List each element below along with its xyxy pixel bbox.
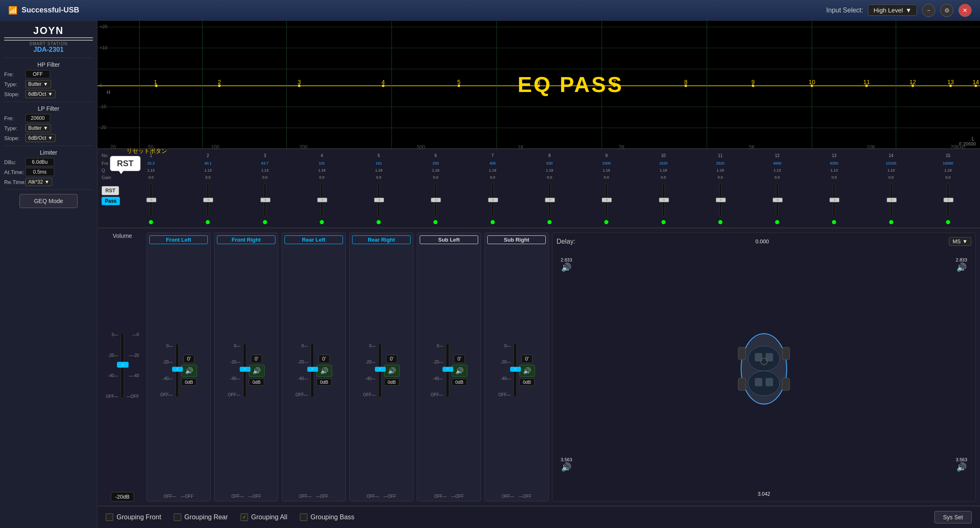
ch-speaker-btn-1[interactable]: 🔊	[249, 365, 265, 377]
band-thumb-8[interactable]: ≡	[545, 198, 555, 202]
ch-db-5[interactable]: 0dB	[519, 378, 535, 386]
dbu-value[interactable]: 6.0dBu	[25, 158, 54, 166]
rst-tooltip: RST	[110, 156, 141, 171]
ch-db-0[interactable]: 0dB	[181, 378, 197, 386]
hp-type-select[interactable]: Butter ▼	[25, 80, 51, 88]
sys-set-button[interactable]: Sys Set	[934, 511, 972, 523]
grouping-front-checkbox[interactable]	[106, 513, 113, 521]
band-slider-7[interactable]: ≡	[491, 181, 494, 218]
ch-angle-0[interactable]: 0'	[183, 355, 195, 363]
grouping-front[interactable]: Grouping Front	[106, 513, 161, 521]
rst-button[interactable]: RST	[102, 186, 119, 195]
at-time-value[interactable]: 0.5ms	[25, 168, 54, 176]
ch-fader-thumb-1[interactable]	[240, 367, 250, 372]
band-slider-10[interactable]: ≡	[662, 181, 665, 218]
ch-fader-track-2[interactable]	[311, 344, 314, 397]
volume-db-value[interactable]: -20dB	[111, 492, 134, 501]
ch-speaker-btn-0[interactable]: 🔊	[181, 365, 197, 377]
band-slider-4[interactable]: ≡	[321, 181, 323, 218]
band-thumb-13[interactable]: ≡	[829, 198, 839, 202]
ch-speaker-btn-4[interactable]: 🔊	[452, 365, 467, 377]
close-button[interactable]: ✕	[958, 4, 972, 17]
band-slider-3[interactable]: ≡	[264, 181, 266, 218]
band-thumb-10[interactable]: ≡	[659, 198, 669, 202]
ch-db-3[interactable]: 0dB	[384, 378, 400, 386]
input-select-dropdown[interactable]: High Level ▼	[868, 5, 917, 16]
re-time-select[interactable]: Atk*32 ▼	[25, 178, 52, 186]
grouping-rear[interactable]: Grouping Rear	[174, 513, 228, 521]
band-thumb-3[interactable]: ≡	[260, 198, 270, 202]
ch-db-4[interactable]: 0dB	[452, 378, 467, 386]
band-thumb-15[interactable]: ≡	[944, 198, 953, 202]
band-thumb-9[interactable]: ≡	[602, 198, 612, 202]
settings-button[interactable]: ⚙	[940, 4, 953, 17]
grouping-all[interactable]: ✓ Grouping All	[241, 513, 287, 521]
ch-fader-track-0[interactable]	[175, 344, 179, 397]
band-dot-1	[149, 220, 153, 224]
ch-fader-thumb-0[interactable]	[172, 367, 183, 372]
geq-band-7: 7 405 1.19 0.0 ≡	[465, 152, 520, 225]
ch-fader-track-1[interactable]	[243, 344, 246, 397]
ch-fader-thumb-2[interactable]	[307, 367, 318, 372]
ch-db-1[interactable]: 0dB	[249, 378, 265, 386]
band-slider-12[interactable]: ≡	[776, 181, 778, 218]
volume-fader-thumb[interactable]	[117, 362, 129, 368]
hp-fre-value[interactable]: OFF	[25, 70, 50, 78]
lp-type-select[interactable]: Butter ▼	[25, 124, 51, 132]
band-thumb-6[interactable]: ≡	[431, 198, 441, 202]
grouping-bass-checkbox[interactable]	[300, 513, 307, 521]
ch-angle-2[interactable]: 0'	[319, 355, 330, 363]
band-gain-4: 0.0	[319, 174, 325, 180]
band-slider-1[interactable]: ≡	[150, 181, 152, 218]
band-no-14: 14	[889, 152, 893, 159]
delay-top-value[interactable]: 0.000	[755, 238, 769, 245]
ch-fader-thumb-3[interactable]	[375, 367, 386, 372]
band-slider-15[interactable]: ≡	[947, 181, 949, 218]
ch-speaker-btn-2[interactable]: 🔊	[316, 365, 332, 377]
ch-speaker-btn-5[interactable]: 🔊	[519, 365, 535, 377]
band-slider-9[interactable]: ≡	[605, 181, 608, 218]
band-slider-5[interactable]: ≡	[377, 181, 380, 218]
pass-button[interactable]: Pass	[102, 197, 120, 205]
ch-db-2[interactable]: 0dB	[316, 378, 332, 386]
band-slider-2[interactable]: ≡	[207, 181, 209, 218]
delay-unit-value: MS	[953, 238, 961, 245]
band-thumb-4[interactable]: ≡	[317, 198, 327, 202]
band-slider-14[interactable]: ≡	[890, 181, 892, 218]
channels-area: Volume 0— -20— -40— OFF— —0	[97, 228, 980, 506]
ch-angle-4[interactable]: 0'	[454, 355, 465, 363]
hp-slope-select[interactable]: 6dB/Oct ▼	[25, 90, 56, 98]
volume-fader-track[interactable]	[121, 332, 124, 399]
ch-fader-thumb-5[interactable]	[510, 367, 521, 372]
ch-angle-5[interactable]: 0'	[521, 355, 533, 363]
ch-angle-1[interactable]: 0'	[251, 355, 262, 363]
grouping-all-checkbox[interactable]: ✓	[241, 513, 248, 521]
ch-fader-thumb-4[interactable]	[443, 367, 453, 372]
delay-unit-select[interactable]: MS ▼	[949, 237, 971, 246]
band-thumb-7[interactable]: ≡	[488, 198, 498, 202]
band-thumb-12[interactable]: ≡	[773, 198, 783, 202]
band-thumb-14[interactable]: ≡	[887, 198, 897, 202]
geq-row-labels: No Fre Q Gain	[102, 152, 121, 220]
band-thumb-2[interactable]: ≡	[203, 198, 213, 202]
lp-type-arrow: ▼	[43, 125, 48, 131]
lp-fre-value[interactable]: 20600	[25, 114, 50, 122]
ch-fader-track-3[interactable]	[378, 344, 382, 397]
band-slider-11[interactable]: ≡	[719, 181, 722, 218]
grouping-bass[interactable]: Grouping Bass	[300, 513, 355, 521]
ch-angle-3[interactable]: 0'	[386, 355, 397, 363]
lp-slope-select[interactable]: 6dB/Oct ▼	[25, 134, 56, 142]
band-thumb-11[interactable]: ≡	[716, 198, 726, 202]
geq-mode-button[interactable]: GEQ Mode	[19, 194, 78, 208]
ch-scale-2: 0— -20— -40— OFF—	[296, 344, 308, 397]
grouping-rear-checkbox[interactable]	[174, 513, 181, 521]
band-slider-8[interactable]: ≡	[548, 181, 551, 218]
ch-fader-track-5[interactable]	[513, 344, 517, 397]
band-slider-13[interactable]: ≡	[833, 181, 835, 218]
minimize-button[interactable]: −	[922, 4, 935, 17]
band-thumb-5[interactable]: ≡	[374, 198, 384, 202]
band-slider-6[interactable]: ≡	[434, 181, 437, 218]
ch-speaker-btn-3[interactable]: 🔊	[384, 365, 400, 377]
band-thumb-1[interactable]: ≡	[146, 198, 156, 202]
ch-fader-track-4[interactable]	[446, 344, 449, 397]
